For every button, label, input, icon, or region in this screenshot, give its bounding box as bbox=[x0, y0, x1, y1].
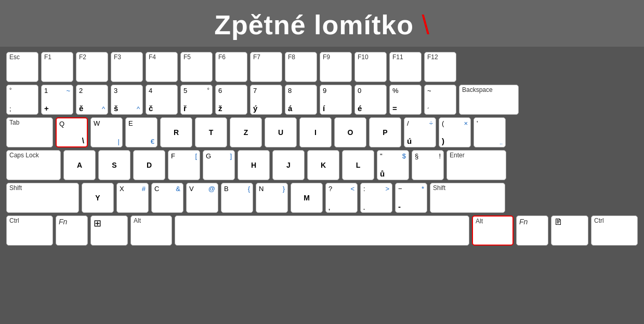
key-y[interactable]: Y bbox=[82, 183, 114, 213]
key-z[interactable]: Z bbox=[230, 117, 262, 147]
zxcv-row: Shift Y X # C & bbox=[6, 183, 638, 213]
key-7[interactable]: 7 ý bbox=[250, 85, 282, 115]
key-l[interactable]: L bbox=[342, 150, 374, 180]
key-c[interactable]: C & bbox=[151, 183, 183, 213]
key-q[interactable]: Q \ bbox=[56, 117, 88, 147]
key-2[interactable]: 2 ě ^ bbox=[76, 85, 108, 115]
key-h[interactable]: H bbox=[238, 150, 270, 180]
page-title: Zpětné lomítko \ bbox=[214, 10, 430, 40]
key-k[interactable]: K bbox=[307, 150, 339, 180]
app-container: Zpětné lomítko \ Esc F1 F2 F3 F4 F5 F6 F… bbox=[0, 0, 644, 324]
key-alt-right[interactable]: Alt bbox=[472, 215, 514, 246]
key-8[interactable]: 8 á bbox=[285, 85, 317, 115]
key-v[interactable]: V @ bbox=[186, 183, 218, 213]
key-m[interactable]: M bbox=[291, 183, 323, 213]
qwerty-row: Tab Q \ W | bbox=[6, 117, 638, 147]
asdf-row: Caps Lock A S D F [ G ] bbox=[6, 150, 638, 180]
key-f2[interactable]: F2 bbox=[76, 52, 108, 82]
key-0[interactable]: 0 é bbox=[354, 85, 387, 115]
key-f12[interactable]: F12 bbox=[424, 52, 456, 82]
key-semicolon[interactable]: " $ ů bbox=[377, 150, 409, 180]
key-fn-left[interactable]: Fn bbox=[56, 215, 88, 246]
key-3[interactable]: 3 š ^ bbox=[111, 85, 143, 115]
title-area: Zpětné lomítko \ bbox=[0, 0, 644, 47]
key-1[interactable]: 1 ~ + bbox=[41, 85, 73, 115]
key-caps-lock[interactable]: Caps Lock bbox=[6, 150, 61, 180]
bottom-row: Ctrl Fn ⊞ Alt Alt Fn 🖹 Ctrl bbox=[6, 215, 638, 246]
key-p[interactable]: P bbox=[369, 117, 401, 147]
key-ctrl-right[interactable]: Ctrl bbox=[591, 215, 638, 246]
key-f9[interactable]: F9 bbox=[320, 52, 352, 82]
key-s[interactable]: S bbox=[98, 150, 130, 180]
key-e[interactable]: E € bbox=[125, 117, 157, 147]
key-esc[interactable]: Esc bbox=[6, 52, 38, 82]
key-tab[interactable]: Tab bbox=[6, 117, 53, 147]
key-b[interactable]: B { bbox=[221, 183, 253, 213]
key-9[interactable]: 9 í bbox=[320, 85, 352, 115]
key-t[interactable]: T bbox=[195, 117, 227, 147]
key-f10[interactable]: F10 bbox=[354, 52, 387, 82]
key-f[interactable]: F [ bbox=[168, 150, 200, 180]
key-6[interactable]: 6 ž bbox=[215, 85, 247, 115]
key-shift-left[interactable]: Shift bbox=[6, 183, 79, 213]
key-menu[interactable]: 🖹 bbox=[551, 215, 588, 246]
key-g[interactable]: G ] bbox=[203, 150, 235, 180]
key-shift-right[interactable]: Shift bbox=[430, 183, 505, 213]
key-alt-left[interactable]: Alt bbox=[130, 215, 172, 246]
key-period[interactable]: : > . bbox=[360, 183, 392, 213]
key-rbracket[interactable]: ( × ) bbox=[439, 117, 471, 147]
key-space[interactable] bbox=[175, 215, 469, 246]
number-row: ° ; 1 ~ + 2 ě bbox=[6, 85, 638, 115]
key-x[interactable]: X # bbox=[116, 183, 149, 213]
key-f8[interactable]: F8 bbox=[285, 52, 317, 82]
key-windows[interactable]: ⊞ bbox=[90, 215, 128, 246]
keyboard: Esc F1 F2 F3 F4 F5 F6 F7 F8 F9 F10 F11 F… bbox=[0, 47, 644, 324]
key-f11[interactable]: F11 bbox=[389, 52, 422, 82]
key-slash[interactable]: − * - bbox=[395, 183, 427, 213]
key-5[interactable]: 5 ° ř bbox=[180, 85, 213, 115]
key-ctrl-left[interactable]: Ctrl bbox=[6, 215, 53, 246]
key-lbracket[interactable]: / ÷ ú bbox=[404, 117, 436, 147]
key-r[interactable]: R bbox=[160, 117, 192, 147]
key-backtick[interactable]: ° ; bbox=[6, 85, 38, 115]
function-row: Esc F1 F2 F3 F4 F5 F6 F7 F8 F9 F10 F11 F… bbox=[6, 52, 638, 82]
key-backslash-row3[interactable]: ' .. bbox=[474, 117, 506, 147]
key-d[interactable]: D bbox=[133, 150, 165, 180]
key-a[interactable]: A bbox=[63, 150, 96, 180]
key-j[interactable]: J bbox=[272, 150, 305, 180]
key-f3[interactable]: F3 bbox=[111, 52, 143, 82]
key-o[interactable]: O bbox=[334, 117, 366, 147]
key-i[interactable]: I bbox=[299, 117, 332, 147]
backslash-symbol: \ bbox=[422, 10, 429, 40]
key-w[interactable]: W | bbox=[90, 117, 123, 147]
key-backspace[interactable]: Backspace bbox=[459, 85, 519, 115]
key-u[interactable]: U bbox=[265, 117, 297, 147]
key-fn-right[interactable]: Fn bbox=[516, 215, 548, 246]
key-f7[interactable]: F7 bbox=[250, 52, 282, 82]
key-f5[interactable]: F5 bbox=[180, 52, 213, 82]
key-n[interactable]: N } bbox=[256, 183, 288, 213]
key-f1[interactable]: F1 bbox=[41, 52, 73, 82]
key-minus[interactable]: % = bbox=[389, 85, 422, 115]
key-f6[interactable]: F6 bbox=[215, 52, 247, 82]
key-equals[interactable]: ~ ´ bbox=[424, 85, 456, 115]
key-4[interactable]: 4 č bbox=[146, 85, 178, 115]
key-quote[interactable]: § ! bbox=[412, 150, 444, 180]
key-f4[interactable]: F4 bbox=[146, 52, 178, 82]
key-enter[interactable]: Enter bbox=[446, 150, 506, 180]
key-comma[interactable]: ? < , bbox=[325, 183, 358, 213]
